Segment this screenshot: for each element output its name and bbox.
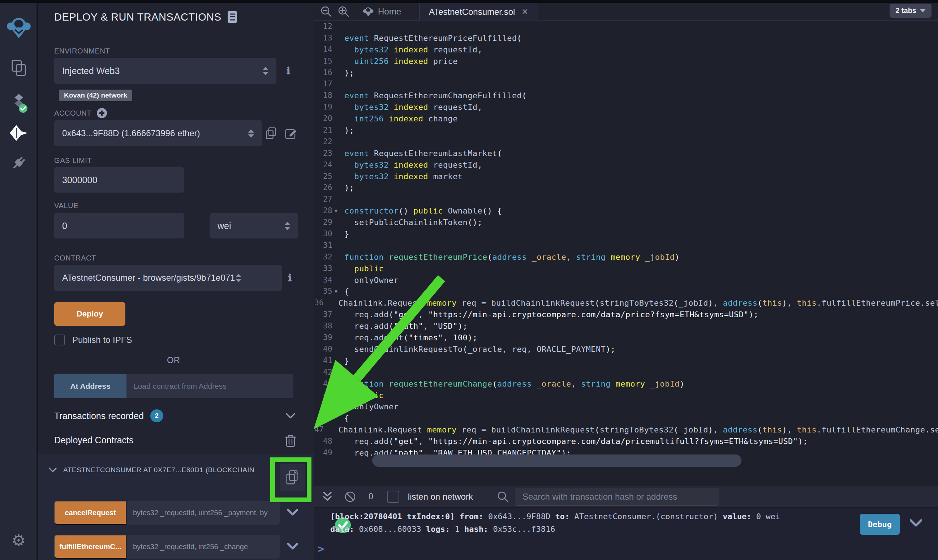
- code-line[interactable]: 14 bytes32 indexed requestId,: [314, 44, 938, 55]
- collapse-terminal-icon[interactable]: [322, 491, 332, 503]
- line-number: 27: [314, 194, 332, 205]
- copy-account-icon[interactable]: [265, 126, 279, 141]
- code-line[interactable]: 28▼constructor() public Ownable() {: [314, 205, 938, 217]
- contract-info-icon[interactable]: ℹ: [288, 272, 292, 284]
- delete-contracts-icon[interactable]: [284, 434, 297, 447]
- code-line[interactable]: 12: [314, 21, 938, 32]
- code-line[interactable]: 20 int256 indexed change: [314, 113, 938, 125]
- code-line[interactable]: 43function requestEthereumChange(address…: [314, 378, 938, 390]
- function-call-button-fulfillEthereumC[interactable]: fulfillEthereumC...: [54, 535, 126, 558]
- code-line[interactable]: 30}: [314, 228, 938, 240]
- deployed-instance-header[interactable]: ATESTNETCONSUMER AT 0X7E7...E80D1 (BLOCK…: [49, 457, 302, 483]
- code-line[interactable]: 18event RequestEthereumChangeFulfilled(: [314, 90, 938, 102]
- settings-gear-icon[interactable]: ⚙: [0, 531, 37, 549]
- environment-info-icon[interactable]: ℹ: [286, 65, 290, 77]
- edit-account-icon[interactable]: [284, 126, 299, 141]
- zoom-out-icon[interactable]: [320, 5, 332, 18]
- instance-expand-chevron-icon[interactable]: [49, 468, 57, 472]
- add-account-icon[interactable]: [97, 108, 107, 118]
- plugin-manager-icon[interactable]: [0, 154, 37, 172]
- tab-count-pill[interactable]: 2 tabs: [890, 4, 932, 18]
- code-line[interactable]: 24 bytes32 indexed requestId,: [314, 159, 938, 171]
- file-explorer-icon[interactable]: [0, 59, 37, 77]
- fold-gutter: [332, 447, 340, 459]
- docs-book-icon[interactable]: [227, 11, 237, 23]
- deploy-button[interactable]: Deploy: [54, 302, 125, 326]
- code-line[interactable]: 15 uint256 indexed price: [314, 55, 938, 67]
- function-params-input[interactable]: bytes32 _requestId, int256 _change: [126, 535, 280, 558]
- code-line[interactable]: 26);: [314, 182, 938, 194]
- code-line[interactable]: 34 onlyOwner: [314, 275, 938, 286]
- line-number: 47: [314, 424, 324, 436]
- code-line[interactable]: 44 public: [314, 390, 938, 402]
- code-line[interactable]: 46{: [314, 412, 938, 424]
- code-line[interactable]: 48 req.add("get", "https://min-api.crypt…: [314, 436, 938, 447]
- code-line[interactable]: 32function requestEthereumPrice(address …: [314, 251, 938, 263]
- account-select[interactable]: 0x643...9F88D (1.666673996 ether): [54, 120, 262, 146]
- tab-home[interactable]: Home: [354, 3, 411, 21]
- tab-active-file[interactable]: ATestnetConsumer.sol ✕: [419, 3, 538, 21]
- code-line[interactable]: 22: [314, 136, 938, 148]
- fold-marker-icon[interactable]: ▼: [332, 286, 340, 297]
- function-params-input[interactable]: bytes32 _requestId, uint256 _payment, by: [126, 501, 280, 525]
- code-text: uint256 indexed price: [340, 55, 458, 67]
- zoom-in-icon[interactable]: [337, 5, 350, 18]
- code-line[interactable]: 40 sendChainlinkRequestTo(_oracle, req, …: [314, 344, 938, 355]
- publish-ipfs-checkbox[interactable]: [54, 335, 65, 345]
- value-unit-select[interactable]: wei: [209, 213, 298, 238]
- debug-button[interactable]: Debug: [860, 514, 900, 535]
- terminal-prompt[interactable]: >: [318, 543, 324, 555]
- code-line[interactable]: 39 req.addInt("times", 100);: [314, 332, 938, 344]
- environment-select[interactable]: Injected Web3: [54, 58, 277, 84]
- code-line[interactable]: 21);: [314, 125, 938, 136]
- solidity-compiler-icon[interactable]: [0, 92, 37, 115]
- code-line[interactable]: 29 setPublicChainlinkToken();: [314, 217, 938, 228]
- code-line[interactable]: 13event RequestEthereumPriceFulfilled(: [314, 32, 938, 44]
- gas-limit-input[interactable]: 3000000: [54, 167, 184, 192]
- deploy-run-icon[interactable]: [0, 124, 37, 142]
- line-number: 41: [314, 355, 332, 367]
- horizontal-scrollbar[interactable]: [372, 454, 741, 467]
- code-line[interactable]: 17: [314, 78, 938, 90]
- code-line[interactable]: 38 req.add("path", "USD");: [314, 320, 938, 332]
- at-address-input[interactable]: Load contract from Address: [126, 374, 294, 398]
- line-number: 42: [314, 367, 332, 378]
- fold-marker-icon[interactable]: ▼: [332, 205, 340, 217]
- line-number: 35: [314, 286, 332, 297]
- fold-gutter: [332, 251, 340, 263]
- code-line[interactable]: 37 req.add("get", "https://min-api.crypt…: [314, 309, 938, 320]
- contract-select[interactable]: ATestnetConsumer - browser/gists/9b71e07…: [54, 265, 282, 291]
- transactions-chevron-icon[interactable]: [286, 413, 295, 419]
- code-line[interactable]: 47 Chainlink.Request memory req = buildC…: [314, 424, 938, 436]
- code-line[interactable]: 25 bytes32 indexed market: [314, 171, 938, 182]
- value-input[interactable]: 0: [54, 213, 184, 238]
- code-line[interactable]: 45 onlyOwner: [314, 401, 938, 412]
- annotation-highlight-box: [270, 457, 311, 502]
- transaction-log[interactable]: [block:20780401 txIndex:0] from: 0x643..…: [330, 512, 923, 534]
- at-address-button[interactable]: At Address: [54, 374, 126, 398]
- code-line[interactable]: 42: [314, 367, 938, 378]
- code-text: function requestEthereumChange(address _…: [340, 378, 685, 390]
- code-line[interactable]: 35▼{: [314, 286, 938, 297]
- code-line[interactable]: 23event RequestEthereumLastMarket(: [314, 148, 938, 159]
- expand-function-chevron-icon[interactable]: [287, 509, 298, 516]
- code-line[interactable]: 41}: [314, 355, 938, 367]
- log-expand-chevron-icon[interactable]: [910, 519, 922, 527]
- expand-function-chevron-icon[interactable]: [287, 543, 298, 550]
- function-call-button-cancelRequest[interactable]: cancelRequest: [54, 501, 126, 525]
- listen-network-checkbox[interactable]: [387, 491, 399, 503]
- line-number: 17: [314, 78, 332, 90]
- code-line[interactable]: 33 public: [314, 263, 938, 275]
- clear-console-icon[interactable]: [344, 491, 356, 503]
- terminal-search-input[interactable]: Search with transaction hash or address: [515, 488, 719, 506]
- close-tab-icon[interactable]: ✕: [521, 7, 528, 17]
- code-line[interactable]: 27: [314, 194, 938, 205]
- account-value: 0x643...9F88D (1.666673996 ether): [62, 128, 200, 138]
- code-line[interactable]: 19 bytes32 indexed requestId,: [314, 102, 938, 113]
- code-line[interactable]: 16);: [314, 67, 938, 79]
- remix-logo-icon[interactable]: [0, 15, 37, 40]
- active-tab-label: ATestnetConsumer.sol: [429, 7, 515, 17]
- code-line[interactable]: 31: [314, 240, 938, 251]
- code-line[interactable]: 36 Chainlink.Request memory req = buildC…: [314, 297, 938, 309]
- code-content[interactable]: 1213event RequestEthereumPriceFulfilled(…: [314, 21, 938, 459]
